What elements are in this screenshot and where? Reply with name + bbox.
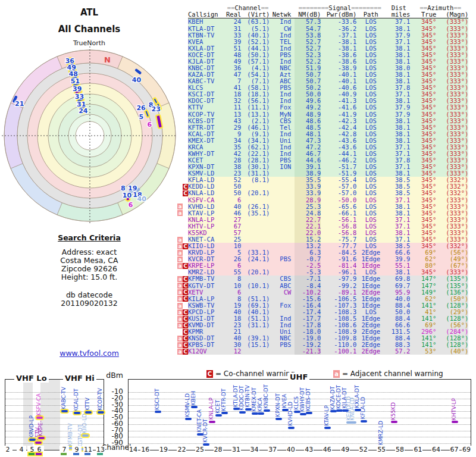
- cell-virt: (9.1): [241, 130, 270, 137]
- warning-markers: [176, 170, 188, 177]
- bar-label: KHTV-LP: [451, 398, 458, 421]
- signal-bar: [85, 411, 92, 414]
- marker-slot: [177, 32, 183, 38]
- cell-az-magn: (333°): [436, 117, 468, 124]
- cell-pwr: -42.3: [321, 117, 356, 124]
- adjacent-warning-icon: a: [177, 289, 183, 295]
- x-axis-tick: 34: [250, 446, 259, 453]
- cell-netwk: CW: [270, 289, 295, 295]
- bar-label: KSFV-CA: [36, 393, 42, 416]
- marker-slot: [183, 197, 188, 203]
- table-row: aCXETV6CW-10.2-89.12Edge95.9149°(136°): [176, 289, 468, 295]
- cell-nm: 54.7: [295, 25, 321, 32]
- cell-path: LOS: [356, 52, 385, 58]
- adjacent-warning-icon: a: [177, 256, 183, 262]
- tvfool-report: ATL All Channels TrueNorth 3649485139333…: [0, 0, 476, 457]
- radar-svg: 3649485139333124402126823568191018406N: [1, 46, 179, 225]
- cell-pwr: -42.8: [321, 130, 356, 137]
- x-axis-tick: 40: [286, 446, 296, 453]
- warning-markers: [176, 196, 188, 203]
- cell-az-true: 345°: [412, 190, 436, 196]
- table-row: aCKGTV-DT10(10.1)ABC-8.4-99.21Edge69.714…: [176, 282, 468, 289]
- cell-real: 31: [226, 25, 241, 32]
- cell-callsign: KVEA: [188, 38, 226, 45]
- cell-az-true: 345°: [412, 137, 436, 144]
- signal-bar: [391, 421, 397, 423]
- x-axis-tick: 55: [377, 446, 386, 453]
- marker-slot: [177, 111, 183, 117]
- co-channel-warning-icon: C: [183, 190, 188, 196]
- marker-slot: [177, 72, 183, 78]
- co-channel-warning-icon: C: [183, 184, 188, 190]
- cell-path: LOS: [356, 111, 385, 117]
- cell-dist: 38.1: [385, 130, 412, 137]
- channel-marker-label: 8: [121, 184, 126, 192]
- cell-callsign: KHTV-LP: [188, 223, 226, 230]
- cell-path: LOS: [356, 309, 385, 315]
- signal-bar: [36, 417, 43, 419]
- cell-az-magn: (333°): [436, 52, 468, 58]
- cell-virt: (10.1): [241, 282, 270, 289]
- cell-real: 8: [226, 295, 241, 302]
- cell-virt: (20.1): [241, 190, 270, 196]
- cell-az-true: 345°: [412, 111, 436, 117]
- cell-az-true: 147°: [412, 276, 436, 282]
- cell-pwr: -57.0: [321, 190, 356, 196]
- cell-netwk: Ind: [270, 18, 295, 26]
- warning-markers: [176, 84, 188, 91]
- marker-slot: [183, 59, 188, 65]
- bar-label: KTBN-TV: [245, 385, 251, 408]
- cell-dist: 38.1: [385, 124, 412, 130]
- cell-path: LOS: [356, 190, 385, 196]
- bar-label: KFLA-LD: [360, 397, 367, 419]
- cell-nm: -16.4: [295, 302, 321, 309]
- search-address: Address: exact: [0, 248, 178, 256]
- cell-netwk: MyN: [270, 111, 295, 117]
- signal-bar: [61, 410, 68, 412]
- marker-slot: [177, 19, 183, 25]
- bar-label: K55KD: [390, 402, 397, 420]
- cell-virt: (40.1): [241, 32, 270, 38]
- vhf-signal-chart: KRVD-LPKRPE-LPXETVKSFV-CAKABC-TVKFMB-TVK…: [5, 379, 104, 450]
- cell-pwr: -41.9: [321, 111, 356, 117]
- bar-label: KCET: [215, 400, 221, 414]
- co-channel-legend-text: = Co-channel warning: [215, 370, 295, 378]
- cell-callsign: K12QV: [188, 348, 226, 355]
- marker-slot: [183, 217, 188, 223]
- bar-label: KMRZ-LD: [378, 421, 384, 445]
- cell-az-true: 345°: [412, 25, 436, 32]
- warning-markers: aC: [176, 243, 188, 249]
- signal-bar: [324, 427, 331, 429]
- signal-bar: [74, 412, 80, 414]
- cell-path: 1Edge: [356, 302, 385, 309]
- cell-dist: 38.1: [385, 209, 412, 216]
- cell-pwr: -38.6: [321, 52, 356, 58]
- signal-bar: [282, 409, 289, 411]
- adjacent-warning-icon: a: [177, 303, 183, 309]
- x-axis-tick: 67: [450, 446, 459, 453]
- cell-real: 10: [226, 282, 241, 289]
- cell-pwr: -36.2: [321, 25, 356, 32]
- x-axis-tick: 16: [140, 446, 150, 453]
- cell-callsign: KCOP-TV: [188, 111, 226, 117]
- cell-callsign: KTTV: [188, 104, 226, 111]
- north-label: N: [104, 55, 111, 64]
- warning-markers: [176, 151, 188, 157]
- cell-az-true: 345°: [412, 32, 436, 38]
- cell-netwk: [270, 243, 295, 249]
- cell-callsign: KTLA-DT: [188, 25, 226, 32]
- x-axis-tick: 49: [340, 446, 350, 453]
- cell-virt: (35.1): [241, 209, 270, 216]
- signal-bar: [245, 408, 252, 411]
- table-row: aKTAV-LP46(35.1)24.8-66.1LOS38.1345°(333…: [176, 209, 468, 216]
- signal-bar: [221, 412, 228, 414]
- x-axis-tick: 4: [17, 446, 26, 453]
- warning-markers: C: [176, 183, 188, 190]
- warning-markers: [176, 117, 188, 124]
- cell-path: LOS: [356, 217, 385, 223]
- tvfool-link[interactable]: www.tvfool.com: [60, 349, 119, 358]
- cell-dist: 38.1: [385, 117, 412, 124]
- warning-markers: aC: [176, 295, 188, 302]
- channel-marker-label: 24: [79, 107, 88, 115]
- cell-dist: 37.9: [385, 111, 412, 117]
